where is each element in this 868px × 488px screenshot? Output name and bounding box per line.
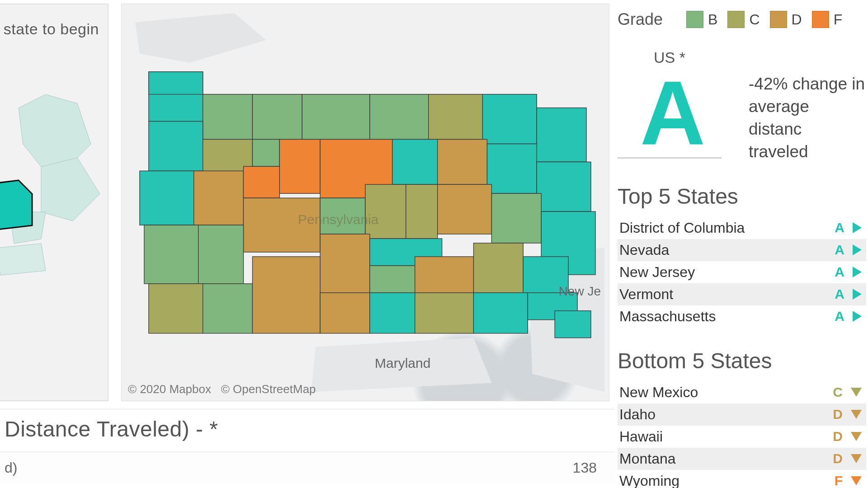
trend-down-icon	[851, 410, 862, 419]
trend-right-icon	[853, 311, 862, 322]
svg-rect-40	[415, 293, 474, 333]
rank-row[interactable]: HawaiiD	[618, 426, 866, 448]
mini-map-state-pennsylvania[interactable]	[0, 180, 32, 235]
rank-state-name: Wyoming	[619, 473, 679, 488]
chart-title-text: Distance Traveled) - *	[5, 417, 218, 441]
county-map-panel: Pennsylvania Maryland New Je © 2020 Mapb…	[121, 4, 609, 401]
svg-rect-17	[140, 171, 194, 225]
svg-rect-33	[474, 243, 524, 293]
map-neighbor-newjersey: New Je	[559, 284, 601, 299]
trend-down-icon	[851, 388, 862, 397]
legend-item-d[interactable]: D	[770, 11, 802, 28]
rank-row[interactable]: WyomingF	[618, 470, 866, 488]
svg-rect-7	[537, 108, 586, 162]
bottom5-list: New MexicoCIdahoDHawaiiDMontanaDWyomingF	[618, 381, 866, 488]
grade-legend: Grade B C D F	[618, 0, 866, 33]
rank-grade-letter: A	[833, 286, 844, 302]
legend-label-b: B	[708, 11, 717, 28]
us-desc-1: -42% change in	[749, 75, 865, 93]
rank-state-name: New Jersey	[619, 264, 695, 281]
rank-state-name: Nevada	[619, 242, 669, 258]
svg-rect-2	[252, 94, 302, 140]
rank-row[interactable]: IdahoD	[618, 404, 866, 426]
rank-grade-letter: A	[833, 309, 844, 324]
rank-grade-letter: D	[831, 451, 843, 466]
svg-rect-28	[198, 225, 244, 284]
axis-tick-138: 138	[573, 460, 597, 476]
axis-left-fragment: d)	[5, 460, 17, 476]
svg-rect-36	[203, 284, 253, 333]
svg-rect-23	[406, 184, 438, 239]
svg-rect-18	[194, 171, 244, 225]
svg-rect-19	[243, 166, 279, 198]
svg-rect-32	[415, 257, 474, 293]
legend-item-f[interactable]: F	[812, 11, 843, 28]
rank-row[interactable]: New MexicoC	[618, 381, 866, 404]
chart-axis-strip: d) 138	[0, 452, 615, 483]
us-grade-letter: A	[618, 77, 722, 159]
rank-row[interactable]: MassachusettsA	[618, 305, 866, 328]
rank-row[interactable]: MontanaD	[618, 448, 866, 470]
attribution-osm: © OpenStreetMap	[221, 382, 316, 396]
svg-rect-25	[491, 193, 541, 243]
us-mini-map[interactable]	[0, 76, 109, 311]
svg-rect-10	[252, 139, 279, 166]
svg-rect-6	[483, 94, 537, 144]
svg-rect-24	[438, 184, 492, 234]
rank-grade-letter: A	[833, 220, 844, 235]
rank-state-name: New Mexico	[619, 384, 698, 401]
rank-row[interactable]: New JerseyA	[618, 261, 866, 283]
svg-rect-39	[370, 293, 415, 333]
rank-row[interactable]: District of ColumbiaA	[618, 217, 866, 239]
rank-grade-letter: D	[831, 407, 843, 422]
svg-rect-37	[252, 257, 320, 333]
svg-rect-13	[392, 139, 438, 184]
svg-rect-43	[555, 311, 591, 338]
svg-rect-1	[203, 94, 253, 140]
legend-label-c: C	[749, 11, 760, 28]
attribution-mapbox: © 2020 Mapbox	[128, 382, 211, 396]
trend-right-icon	[853, 244, 862, 255]
legend-label-d: D	[792, 11, 802, 28]
rank-state-name: Idaho	[619, 406, 656, 423]
rank-row[interactable]: VermontA	[618, 283, 866, 305]
map-state-label: Pennsylvania	[298, 212, 378, 227]
top5-heading: Top 5 States	[618, 184, 866, 209]
trend-down-icon	[851, 454, 862, 463]
trend-right-icon	[853, 222, 862, 233]
svg-rect-35	[149, 284, 203, 333]
rank-state-name: District of Columbia	[619, 220, 745, 236]
svg-rect-8	[149, 122, 203, 171]
us-summary: US * A -42% change in average distanc tr…	[618, 49, 866, 163]
bottom5-heading: Bottom 5 States	[618, 348, 866, 373]
trend-down-icon	[851, 432, 862, 441]
legend-title: Grade	[618, 10, 663, 29]
svg-rect-5	[429, 94, 483, 140]
rank-grade-letter: C	[831, 385, 843, 400]
svg-rect-27	[144, 225, 198, 284]
rank-state-name: Vermont	[619, 286, 673, 303]
rank-row[interactable]: NevadaA	[618, 239, 866, 261]
state-picker-hint: a state to begin	[0, 20, 99, 38]
trend-right-icon	[853, 289, 862, 300]
svg-rect-14	[438, 139, 487, 184]
map-neighbor-maryland: Maryland	[375, 356, 430, 371]
legend-label-f: F	[834, 11, 843, 28]
legend-item-b[interactable]: B	[686, 11, 717, 28]
trend-right-icon	[853, 267, 862, 277]
svg-rect-31	[370, 266, 415, 293]
svg-rect-29	[320, 234, 370, 293]
legend-item-c[interactable]: C	[727, 11, 760, 28]
swatch-c	[727, 11, 745, 28]
rank-grade-letter: D	[831, 429, 843, 444]
state-picker-panel: a state to begin	[0, 4, 108, 401]
svg-rect-11	[279, 139, 320, 193]
rank-grade-letter: A	[833, 264, 844, 280]
county-choropleth[interactable]	[122, 4, 609, 401]
swatch-d	[770, 11, 787, 28]
rank-grade-letter: F	[831, 473, 843, 488]
swatch-f	[812, 11, 829, 28]
svg-rect-4	[370, 94, 429, 140]
rank-state-name: Hawaii	[619, 428, 663, 445]
map-attribution: © 2020 Mapbox © OpenStreetMap	[128, 382, 316, 396]
